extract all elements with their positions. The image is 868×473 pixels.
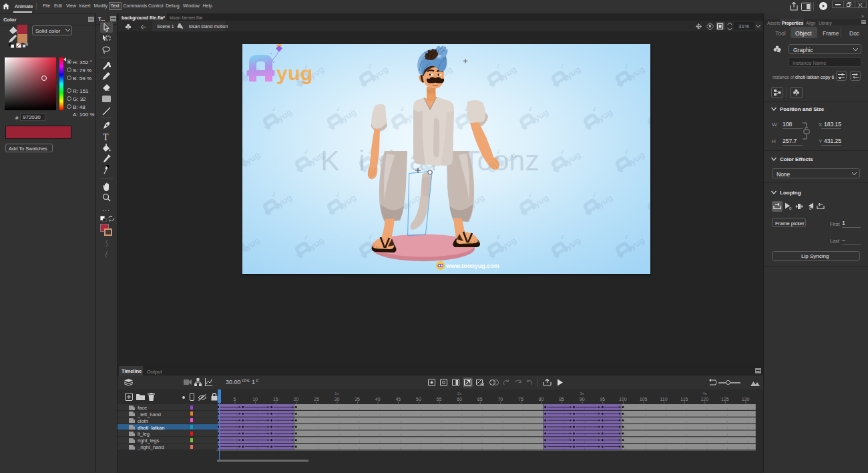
- svg-text:45: 45: [395, 397, 401, 402]
- svg-text:100: 100: [619, 397, 627, 402]
- svg-text:www.toonyug.com: www.toonyug.com: [445, 263, 499, 269]
- svg-text:120: 120: [700, 397, 708, 402]
- svg-text:95: 95: [600, 397, 605, 402]
- svg-text:yug: yug: [276, 62, 313, 84]
- svg-text:90: 90: [580, 397, 585, 402]
- svg-text:0: 0: [789, 206, 792, 210]
- svg-text:70: 70: [497, 397, 503, 402]
- svg-text:25: 25: [314, 397, 319, 402]
- svg-text:55: 55: [437, 397, 442, 402]
- svg-text:50: 50: [416, 397, 421, 402]
- svg-text:30: 30: [335, 397, 340, 402]
- svg-text:15: 15: [273, 397, 278, 402]
- svg-text:85: 85: [559, 397, 564, 402]
- svg-text:3s: 3s: [580, 391, 584, 396]
- svg-text:60: 60: [457, 397, 462, 402]
- svg-text:75: 75: [518, 397, 523, 402]
- svg-text:35: 35: [355, 397, 360, 402]
- svg-text:80: 80: [539, 397, 544, 402]
- svg-text:105: 105: [640, 397, 648, 402]
- svg-text:4s: 4s: [702, 391, 706, 396]
- svg-text:125: 125: [721, 397, 729, 402]
- svg-text:115: 115: [680, 397, 688, 402]
- svg-text:10: 10: [252, 397, 258, 402]
- svg-text:110: 110: [660, 397, 668, 402]
- svg-text:2s: 2s: [457, 391, 461, 396]
- svg-text:1s: 1s: [335, 391, 339, 396]
- svg-text:5: 5: [234, 397, 236, 402]
- svg-text:65: 65: [477, 397, 483, 402]
- svg-text:130: 130: [742, 397, 750, 402]
- svg-text:40: 40: [375, 397, 381, 402]
- svg-text:20: 20: [293, 397, 298, 402]
